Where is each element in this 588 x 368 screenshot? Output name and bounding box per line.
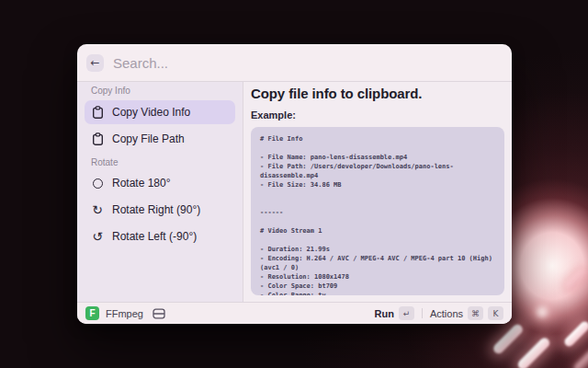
k-key-icon: K [488,306,503,320]
detail-title: Copy file info to clipboard. [251,86,504,101]
example-code-block: # File Info - File Name: pano-lens-disas… [251,127,504,295]
search-input[interactable] [113,55,503,71]
ffmpeg-app-icon: F [85,306,99,320]
back-button[interactable]: ← [86,54,104,72]
sidebar-item-label: Rotate Left (-90°) [112,230,197,243]
launcher-window: ← Copy Info Copy Video Info [77,44,512,324]
search-bar: ← [77,44,512,81]
sidebar-item-label: Rotate Right (90°) [112,203,200,216]
example-code-text: # File Info - File Name: pano-lens-disas… [260,134,495,295]
command-sidebar: Copy Info Copy Video Info Cop [77,82,243,302]
arrow-left-icon: ← [90,57,99,68]
sidebar-item-copy-file-path[interactable]: Copy File Path [85,127,235,151]
actions-button[interactable]: Actions ⌘ K [430,306,503,320]
run-button[interactable]: Run ↵ [375,306,414,320]
circle-icon [91,178,104,189]
sidebar-item-rotate-180[interactable]: Rotate 180° [85,171,235,195]
detail-pane: Copy file info to clipboard. Example: # … [243,82,512,302]
sidebar-item-rotate-right[interactable]: ↻ Rotate Right (90°) [85,198,235,222]
sidebar-item-label: Copy File Path [112,132,185,145]
divider [422,308,423,318]
clipboard-icon [91,106,104,119]
section-label-copy-info: Copy Info [91,86,235,96]
example-label: Example: [251,109,504,121]
sidebar-item-copy-video-info[interactable]: Copy Video Info [85,100,235,124]
sidebar-item-label: Copy Video Info [112,106,190,119]
action-bar: F FFmpeg Run ↵ Actions ⌘ K [77,303,512,324]
rotate-clockwise-icon: ↻ [91,203,104,216]
sidebar-item-label: Rotate 180° [112,177,171,190]
run-label: Run [375,308,394,319]
app-name-label: FFmpeg [106,308,143,319]
sidebar-item-rotate-left[interactable]: ↺ Rotate Left (-90°) [85,224,235,248]
rotate-counterclockwise-icon: ↺ [91,230,104,243]
return-key-icon: ↵ [399,306,414,320]
glow-dot [537,306,548,317]
section-label-rotate: Rotate [91,157,235,167]
actions-label: Actions [430,308,463,319]
window-icon [153,308,165,319]
command-key-icon: ⌘ [468,306,483,320]
clipboard-icon [91,132,104,145]
